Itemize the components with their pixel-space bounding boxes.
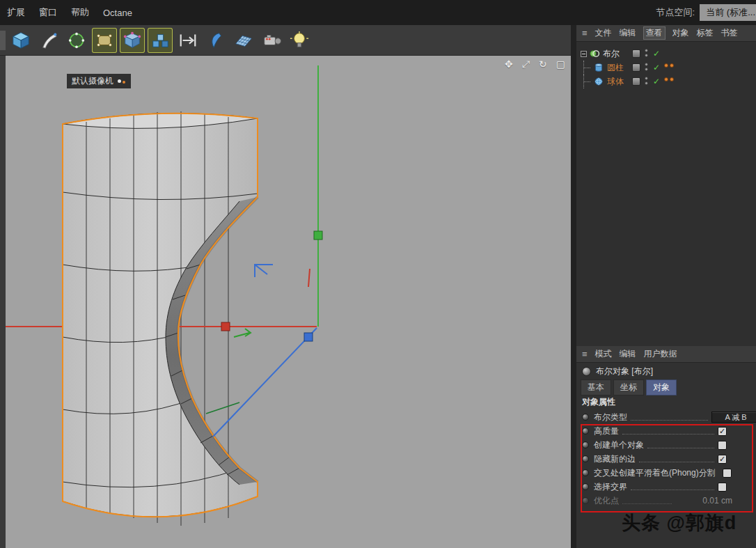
om-menu-object[interactable]: 对象: [672, 27, 689, 39]
object-label[interactable]: 球体: [607, 76, 624, 88]
node-space-button[interactable]: 当前 (标准...: [700, 4, 756, 21]
cube-tool-icon[interactable]: [8, 28, 33, 53]
viewport[interactable]: ✥ ⤢ ↻ ▢ 默认摄像机: [0, 56, 571, 548]
layer-icon[interactable]: [632, 77, 640, 86]
object-row-cylinder[interactable]: 圆柱 ✓: [576, 61, 756, 75]
row-optimize-points: 优化点 0.01 cm: [576, 494, 756, 508]
attr-menu-edit[interactable]: 编辑: [620, 348, 636, 360]
keyframe-dot: [582, 497, 589, 504]
partial-tool-icon[interactable]: [0, 31, 6, 50]
layer-icon[interactable]: [632, 63, 640, 72]
enabled-check[interactable]: ✓: [653, 62, 660, 73]
sphere-icon: [594, 77, 604, 86]
dotted-leader: [631, 420, 708, 421]
cylinder-icon: [594, 63, 604, 72]
node-space-label: 节点空间:: [656, 6, 695, 19]
camera-label-text: 默认摄像机: [72, 75, 113, 87]
row-boole-type: 布尔类型 A 减 B: [576, 410, 756, 424]
menu-help[interactable]: 帮助: [64, 6, 96, 19]
keyframe-dot[interactable]: [582, 455, 589, 462]
menu-window[interactable]: 窗口: [32, 6, 64, 19]
spline-tool-icon[interactable]: [203, 28, 228, 53]
attribute-object-title: 布尔对象 [布尔]: [576, 363, 756, 379]
viewport-left-strip: [0, 56, 6, 548]
watermark: 头条 @郭旗d: [622, 510, 737, 535]
enabled-check[interactable]: ✓: [653, 76, 660, 87]
main-toolbar: [0, 25, 571, 56]
object-label[interactable]: 圆柱: [607, 62, 624, 74]
attr-menu-mode[interactable]: 模式: [595, 348, 612, 360]
y-axis-handle[interactable]: [314, 231, 322, 240]
viewport-canvas[interactable]: [0, 56, 571, 548]
camera-icon: [118, 79, 126, 84]
arrow-tool-icon[interactable]: [175, 28, 200, 53]
hamburger-icon[interactable]: ≡: [582, 349, 588, 359]
right-panel: ≡ 文件 编辑 查看 对象 标签 书签 布尔 ✓: [576, 25, 756, 548]
keyframe-dot[interactable]: [582, 483, 589, 490]
zoom-icon[interactable]: ⤢: [522, 58, 530, 70]
tree-branch: [583, 75, 591, 88]
checkbox-high-quality[interactable]: ✓: [718, 427, 727, 436]
visibility-dots[interactable]: [645, 63, 648, 71]
axis-mode-tool-icon[interactable]: [148, 28, 173, 53]
editable-points-tool-icon[interactable]: [64, 28, 89, 53]
attribute-rows: 布尔类型 A 减 B 高质量 ✓ 创建单个对象 隐藏新的边 ✓: [576, 409, 756, 508]
row-single-object: 创建单个对象: [576, 438, 756, 452]
checkbox-hide-new-edges[interactable]: ✓: [718, 455, 727, 464]
maximize-icon[interactable]: ▢: [556, 58, 565, 70]
main-menubar: 扩展 窗口 帮助 Octane 节点空间: 当前 (标准...: [0, 0, 756, 25]
z-axis-handle[interactable]: [304, 333, 313, 341]
pan-icon[interactable]: ✥: [505, 58, 513, 70]
checkbox-single-object[interactable]: [718, 441, 727, 450]
plane-tool-icon[interactable]: [231, 28, 256, 53]
boole-icon: [590, 49, 599, 58]
collapse-toggle[interactable]: [581, 51, 587, 57]
tab-basic[interactable]: 基本: [581, 379, 611, 396]
attr-menu-userdata[interactable]: 用户数据: [644, 348, 677, 360]
camera-label[interactable]: 默认摄像机: [67, 74, 131, 88]
om-menu-edit[interactable]: 编辑: [620, 27, 636, 39]
tag-dots[interactable]: [664, 77, 674, 81]
om-menu-file[interactable]: 文件: [595, 27, 612, 39]
keyframe-dot[interactable]: [582, 441, 589, 448]
x-axis-handle[interactable]: [221, 322, 230, 331]
cylinder-boole-mesh[interactable]: [63, 111, 258, 526]
object-type-icon: [582, 367, 591, 376]
row-select-intersection: 选择交界: [576, 480, 756, 494]
enabled-check[interactable]: ✓: [653, 48, 660, 59]
hamburger-icon[interactable]: ≡: [582, 28, 588, 38]
optimize-points-value: 0.01 cm: [675, 496, 732, 506]
om-menu-bookmark[interactable]: 书签: [721, 27, 738, 39]
object-row-sphere[interactable]: 球体 ✓: [576, 75, 756, 88]
object-manager-menubar: ≡ 文件 编辑 查看 对象 标签 书签: [576, 25, 756, 42]
boole-type-select[interactable]: A 减 B: [711, 412, 756, 423]
om-menu-tag[interactable]: 标签: [697, 27, 714, 39]
points-mode-tool-icon[interactable]: [92, 28, 117, 53]
object-tree: 布尔 ✓ 圆柱 ✓: [576, 42, 756, 88]
light-tool-icon[interactable]: [287, 28, 312, 53]
visibility-dots[interactable]: [645, 49, 648, 57]
camera-tool-icon[interactable]: [259, 28, 284, 53]
sculpt-pen-tool-icon[interactable]: [36, 28, 61, 53]
visibility-dots[interactable]: [645, 77, 648, 85]
tab-coordinates[interactable]: 坐标: [613, 379, 644, 396]
menu-octane[interactable]: Octane: [96, 8, 139, 18]
rotate-icon[interactable]: ↻: [539, 58, 547, 70]
tab-object[interactable]: 对象: [646, 379, 677, 396]
object-label[interactable]: 布尔: [603, 48, 620, 60]
om-menu-view[interactable]: 查看: [644, 27, 665, 39]
tree-branch: [583, 61, 591, 75]
tag-dots[interactable]: [664, 63, 674, 68]
object-title-text: 布尔对象 [布尔]: [596, 366, 653, 377]
keyframe-dot[interactable]: [582, 428, 589, 435]
menu-extensions[interactable]: 扩展: [0, 6, 32, 19]
checkbox-select-intersection[interactable]: [718, 483, 727, 492]
keyframe-dot[interactable]: [582, 469, 589, 476]
keyframe-dot[interactable]: [582, 414, 589, 421]
layer-icon[interactable]: [632, 49, 640, 58]
object-row-boole[interactable]: 布尔 ✓: [576, 47, 756, 61]
checkbox-phong-break[interactable]: [723, 469, 732, 478]
model-mode-tool-icon[interactable]: [120, 28, 145, 53]
row-phong-break: 交叉处创建平滑着色(Phong)分割: [576, 466, 756, 480]
panel-splitter[interactable]: [571, 25, 576, 548]
